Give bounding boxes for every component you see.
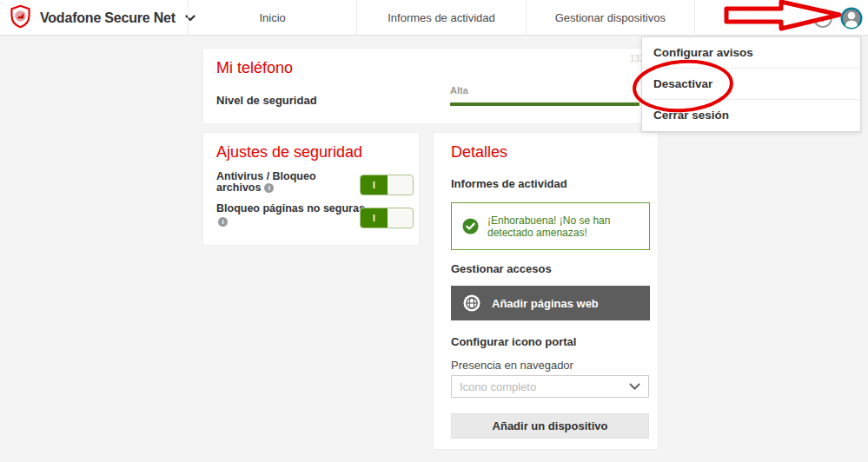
help-icon[interactable]: ? (813, 9, 832, 28)
chevron-down-icon (629, 383, 640, 391)
manage-access-heading: Gestionar accesos (451, 262, 552, 275)
my-phone-title: Mi teléfono (216, 59, 293, 77)
security-settings-card: Ajustes de seguridad Antivirus / Bloqueo… (202, 132, 420, 246)
info-icon[interactable]: i (218, 217, 228, 227)
no-threats-alert: ¡Enhorabuena! ¡No se han detectado amena… (451, 202, 650, 250)
toggle-antivirus[interactable]: I (360, 175, 414, 195)
details-title: Detalles (451, 143, 507, 162)
activity-reports-heading: Informes de actividad (451, 177, 567, 190)
security-level-bar (450, 102, 639, 106)
nav-item-informes[interactable]: Informes de actividad (356, 0, 525, 36)
security-settings-title: Ajustes de seguridad (216, 143, 362, 162)
menu-item-configurar-avisos[interactable]: Configurar avisos (642, 37, 860, 69)
menu-item-desactivar[interactable]: Desactivar (642, 69, 860, 100)
main-nav: Inicio Informes de actividad Gestionar d… (188, 0, 695, 36)
browser-presence-label: Presencia en navegador (451, 359, 573, 372)
my-phone-card: Mi teléfono Nivel de seguridad Alta (202, 48, 650, 124)
top-bar: Vodafone Secure Net Inicio Informes de a… (0, 0, 868, 36)
select-value: Icono completo (460, 380, 629, 393)
add-device-label: Añadir un dispositivo (493, 419, 608, 432)
brand-name: Vodafone Secure Net (40, 10, 176, 26)
globe-icon (463, 294, 480, 312)
header-icons: ? (813, 0, 863, 36)
menu-item-cerrar-sesion[interactable]: Cerrar sesión (642, 100, 860, 131)
toggle-paginas[interactable]: I (360, 208, 414, 228)
toggle-knob: I (361, 175, 388, 195)
security-level-value: Alta (450, 85, 639, 96)
portal-icon-heading: Configurar icono portal (451, 335, 576, 348)
page: Vodafone Secure Net Inicio Informes de a… (0, 0, 868, 462)
user-dropdown-menu: Configurar avisos Desactivar Cerrar sesi… (641, 36, 861, 132)
info-icon[interactable]: i (264, 183, 274, 193)
user-avatar-icon[interactable] (840, 7, 863, 30)
security-level-slider[interactable]: Alta (450, 85, 639, 106)
brand-menu[interactable]: Vodafone Secure Net (9, 0, 195, 36)
add-webpages-button[interactable]: Añadir páginas web (451, 286, 650, 320)
add-webpages-label: Añadir páginas web (492, 297, 599, 310)
details-card: Detalles Informes de actividad ¡Enhorabu… (433, 132, 659, 450)
security-level-label: Nivel de seguridad (216, 94, 317, 107)
nav-item-inicio[interactable]: Inicio (188, 0, 356, 36)
check-circle-icon (462, 218, 479, 234)
shield-logo-icon (9, 4, 32, 32)
no-threats-message: ¡Enhorabuena! ¡No se han detectado amena… (487, 214, 639, 239)
nav-item-dispositivos[interactable]: Gestionar dispositivos (526, 0, 695, 36)
browser-presence-select[interactable]: Icono completo (451, 375, 649, 398)
add-device-button[interactable]: Añadir un dispositivo (451, 413, 649, 439)
toggle-knob: I (361, 208, 388, 228)
